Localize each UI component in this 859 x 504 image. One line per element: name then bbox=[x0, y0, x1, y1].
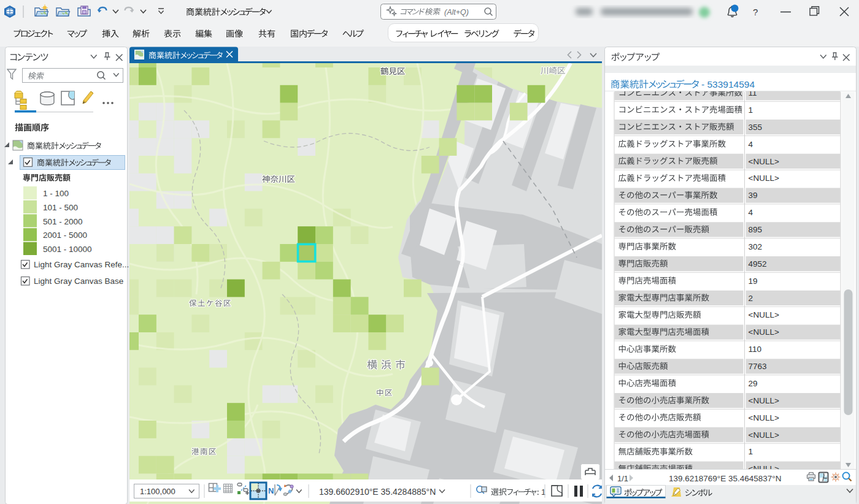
svg-text:139.6218769°E 35.4645837°N: 139.6218769°E 35.4645837°N bbox=[669, 474, 781, 483]
svg-text:<NULL>: <NULL> bbox=[749, 430, 779, 440]
svg-text:501 - 2000: 501 - 2000 bbox=[43, 217, 83, 226]
svg-text:<NULL>: <NULL> bbox=[749, 413, 779, 422]
svg-text:4: 4 bbox=[749, 208, 753, 217]
svg-text:Light Gray Canvas Refe...: Light Gray Canvas Refe... bbox=[34, 260, 129, 269]
svg-text:101 - 500: 101 - 500 bbox=[43, 203, 78, 212]
svg-text:<NULL>: <NULL> bbox=[749, 157, 779, 166]
svg-text:1/1: 1/1 bbox=[617, 474, 628, 483]
svg-text:2: 2 bbox=[749, 294, 753, 303]
svg-text:2001 - 5000: 2001 - 5000 bbox=[43, 231, 87, 240]
svg-text:302: 302 bbox=[749, 242, 763, 251]
svg-text:1 - 100: 1 - 100 bbox=[43, 189, 69, 198]
svg-text:<NULL>: <NULL> bbox=[749, 327, 779, 337]
svg-text:1: 1 bbox=[749, 105, 753, 115]
svg-text:39: 39 bbox=[749, 191, 758, 200]
svg-text:<NULL>: <NULL> bbox=[749, 174, 779, 183]
svg-text:N: N bbox=[268, 486, 274, 495]
svg-text:19: 19 bbox=[749, 277, 758, 286]
svg-text:29: 29 bbox=[749, 379, 758, 388]
svg-text:Light Gray Canvas Base: Light Gray Canvas Base bbox=[34, 277, 123, 286]
svg-text:355: 355 bbox=[749, 123, 763, 132]
svg-text:7763: 7763 bbox=[749, 362, 767, 371]
svg-text:<NULL>: <NULL> bbox=[749, 310, 779, 319]
svg-text:1:100,000: 1:100,000 bbox=[140, 487, 175, 496]
svg-text:<NULL>: <NULL> bbox=[749, 396, 779, 405]
svg-text:- 533914594: - 533914594 bbox=[701, 79, 755, 90]
svg-text:4952: 4952 bbox=[749, 259, 767, 269]
svg-text:?: ? bbox=[753, 7, 758, 17]
svg-text:(Alt+Q): (Alt+Q) bbox=[444, 8, 469, 17]
svg-text:139.6602910°E 35.4284885°N: 139.6602910°E 35.4284885°N bbox=[319, 487, 436, 497]
svg-text:4: 4 bbox=[749, 140, 753, 149]
svg-text:110: 110 bbox=[749, 345, 762, 354]
svg-text:5001 - 10000: 5001 - 10000 bbox=[43, 245, 92, 254]
svg-text:895: 895 bbox=[749, 225, 763, 234]
svg-text:1: 1 bbox=[749, 447, 753, 456]
